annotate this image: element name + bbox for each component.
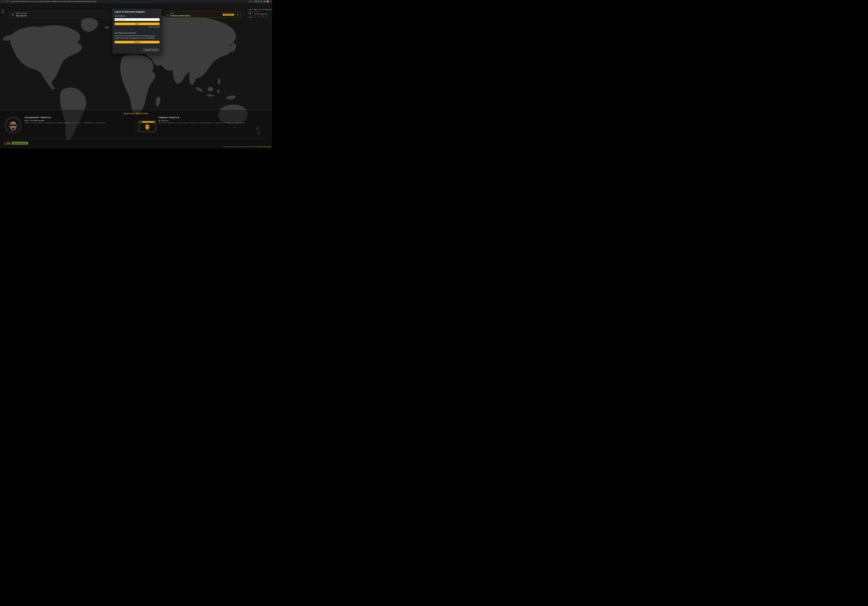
maturity-badges [254,15,272,17]
profile-avatar[interactable]: C [267,0,268,2]
category-name: Injection Flaws [16,12,27,15]
login-modal: Log in to track your progress Email Addr… [112,9,162,54]
extension-icon[interactable] [258,1,260,2]
maturity-label: Security Maturity [254,13,272,15]
attribution-link-1[interactable]: amCharts [257,146,262,147]
attribution-link-2[interactable]: Natural Earth [264,146,271,147]
next-button[interactable]: Next [115,23,160,25]
adversary-profile: ADVERSARY PROFILE Alias: Firstname Lastn… [25,116,122,124]
attribution-and: and [262,146,264,147]
maturity-badge [266,15,268,17]
login-button[interactable]: Login [4,142,12,145]
map-attribution: The map is based on public domain vector… [223,146,271,147]
threat-name: SQL injection [158,120,256,121]
remembered-badge: REMEMBERED [223,14,234,15]
signup-text: Sign up for a free 14-day trial to track… [115,35,160,39]
category-text: Injection Flaws SQL injection [16,12,27,17]
accuracy-label: Accuracy [254,11,272,12]
level-value: 0 [248,11,253,15]
points-label: Points [249,17,252,18]
level-label: Level [249,9,252,10]
adversary-heading: ADVERSARY PROFILE [25,116,122,119]
puzzle-extensions-icon[interactable] [261,1,262,2]
language-name: Java [170,12,191,15]
continue-as-guest-button[interactable]: Continue as guest [143,48,160,51]
java-icon [166,13,169,16]
signup-button[interactable]: Sign up [115,41,160,43]
reload-button[interactable]: ↻ [6,0,9,3]
weaknesses-widget: Most Critical Weaknesses Accuracy Securi… [254,9,272,18]
framework-name: Enterprise Edition (Basic) [170,15,191,17]
toolbar-actions: ☆ C ⋮ [249,0,271,3]
adversary-alias: Alias: Firstname Lastname [25,120,122,121]
threat-description: The IDS has detected a security threat. … [158,122,256,124]
address-bar[interactable]: portal.securecodewarrior.com/?utm_source… [10,0,248,3]
signup-heading: Don't have an SCW account? [115,32,160,34]
browser-toolbar: ← → ↻ portal.securecodewarrior.com/?utm_… [0,0,272,3]
side-panel-icon[interactable] [264,1,265,2]
subcategory-name: SQL injection [16,15,27,17]
threat-heading: THREAT PROFILE [158,116,256,119]
attribution-text: The map is based on public domain vector… [223,146,256,147]
map-zoom-controls: + − [2,9,4,14]
maturity-badge [254,15,256,17]
threat-skull-illustration [139,121,156,133]
zoom-out-button[interactable]: − [2,12,4,14]
language-selector[interactable]: Java Enterprise Edition (Basic) REMEMBER… [164,11,240,18]
threat-profile: THREAT PROFILE SQL injection The IDS has… [158,116,256,124]
url-text: portal.securecodewarrior.com/?utm_source… [14,1,96,2]
crossed-swords-icon [11,13,14,16]
maturity-badge [262,15,264,17]
extension-icon-green[interactable] [255,1,257,2]
forgot-password-link[interactable]: Forgot Password [115,26,160,28]
points-value: 0 [250,15,251,17]
category-panel[interactable]: Injection Flaws SQL injection [9,11,111,18]
modal-footer: Continue as guest [112,46,162,54]
player-stats: Level 0 0 Points Most Critical Weaknesse… [248,9,272,18]
browser-menu-icon[interactable]: ⋮ [270,0,271,3]
modal-title: Log in to track your progress [112,9,162,14]
enter-game-mode-button[interactable]: Enter game mode [12,142,28,145]
maturity-badge [258,15,260,17]
level-widget: Level 0 0 Points [248,9,253,18]
chevron-down-icon[interactable] [237,14,239,15]
email-field[interactable] [115,18,160,21]
briefing-divider [0,110,272,110]
bookmark-star-icon[interactable]: ☆ [252,0,254,3]
weaknesses-title: Most Critical Weaknesses [254,9,272,10]
modal-body: Email Address Next Forgot Password Don't… [112,14,162,43]
share-icon[interactable] [249,1,251,2]
padlock-icon [12,1,13,2]
page: ← → ↻ portal.securecodewarrior.com/?utm_… [0,0,272,149]
back-button[interactable]: ← [1,0,4,3]
forward-button[interactable]: → [4,0,6,3]
email-label: Email Address [115,15,160,17]
zoom-in-button[interactable]: + [2,9,4,11]
adversary-description: Subject is well-known for targeting worl… [25,122,122,124]
footer-divider [4,139,268,139]
adversary-avatar [5,117,22,134]
language-text: Java Enterprise Edition (Basic) [170,12,191,17]
mission-briefing-title: MISSION BRIEFING [0,113,272,115]
